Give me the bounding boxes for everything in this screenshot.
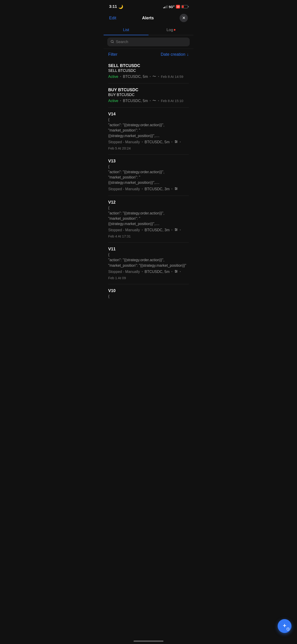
alert-title: V11 [108, 247, 189, 252]
close-icon: ✕ [182, 16, 186, 20]
meta-separator: • [158, 75, 159, 78]
sort-label-text: Date creation [161, 52, 185, 57]
alert-date: Feb 8 At 14:59 [161, 75, 184, 78]
search-input[interactable] [116, 40, 186, 44]
svg-line-1 [113, 42, 114, 43]
battery-icon [182, 5, 188, 8]
alert-item[interactable]: SELL BTCUSDC SELL BTCUSDC Active • BTCUS… [108, 59, 189, 84]
meta-separator: • [172, 140, 172, 144]
alert-pair: BTCUSDC, 3m [144, 187, 170, 191]
svg-point-11 [175, 187, 176, 188]
status-badge: Stopped - Manually [108, 140, 140, 144]
svg-point-23 [175, 270, 176, 271]
sliders-icon [174, 270, 178, 274]
alert-meta: Stopped - Manually • BTCUSDC, 3m • • Feb… [108, 228, 189, 238]
meta-separator: • [142, 270, 143, 274]
status-badge: Active [108, 99, 118, 103]
alert-title: V13 [108, 159, 189, 164]
svg-point-6 [176, 141, 177, 142]
alert-pair: BTCUSDC, 3m [144, 228, 170, 232]
svg-point-24 [176, 271, 177, 272]
status-badge: Stopped - Manually [108, 228, 140, 232]
status-right: 5GU 13 [163, 5, 188, 9]
close-button[interactable]: ✕ [180, 14, 188, 22]
wave-icon: 〜 [152, 98, 156, 103]
signal-bars [163, 5, 168, 8]
alert-body: {"action": "{{strategy.order.action}}","… [108, 205, 189, 227]
meta-separator: • [142, 140, 143, 144]
meta-separator: • [180, 270, 181, 274]
status-badge: Stopped - Manually [108, 187, 140, 191]
status-bar: 3:11 🌙 5GU 13 [104, 0, 194, 12]
alert-title: V12 [108, 200, 189, 205]
alert-title: V14 [108, 112, 189, 116]
alert-list: SELL BTCUSDC SELL BTCUSDC Active • BTCUS… [104, 59, 194, 304]
alert-item[interactable]: V12 {"action": "{{strategy.order.action}… [108, 196, 189, 243]
tab-list-label: List [123, 28, 129, 32]
alert-item[interactable]: V13 {"action": "{{strategy.order.action}… [108, 154, 189, 196]
alert-body: {"action": "{{strategy.order.action}}","… [108, 117, 189, 138]
svg-point-13 [176, 189, 176, 190]
meta-separator: • [120, 75, 121, 78]
page-title: Alerts [142, 16, 154, 20]
tab-log[interactable]: Log [148, 25, 194, 35]
svg-point-18 [176, 230, 177, 230]
meta-separator: • [172, 188, 172, 191]
alert-pair: BTCUSDC, 5m [144, 140, 170, 144]
alert-item[interactable]: BUY BTCUSDC BUY BTCUSDC Active • BTCUSDC… [108, 84, 189, 108]
notification-badge: 13 [176, 5, 180, 8]
filter-button[interactable]: Filter [108, 52, 118, 57]
time-text: 3:11 [109, 4, 117, 9]
meta-separator: • [150, 75, 150, 78]
alert-item[interactable]: V11 {"action": "{{strategy.order.action}… [108, 242, 189, 284]
filter-bar: Filter Date creation ↓ [104, 49, 194, 59]
alert-pair: BTCUSDC, 5m [123, 75, 148, 79]
meta-separator: • [150, 99, 150, 102]
search-icon [110, 40, 114, 44]
meta-separator: • [180, 140, 181, 144]
sort-arrow-icon: ↓ [187, 52, 189, 57]
signal-bar-3 [166, 6, 166, 8]
meta-separator: • [142, 228, 143, 232]
alert-meta: Stopped - Manually • BTCUSDC, 5m • • Feb… [108, 270, 189, 280]
alert-item[interactable]: V10 { [108, 284, 189, 304]
alert-subtitle: BUY BTCUSDC [108, 93, 189, 97]
alert-body: {"action": "{{strategy.order.action}}","… [108, 164, 189, 186]
status-time: 3:11 🌙 [109, 4, 123, 9]
edit-button[interactable]: Edit [109, 16, 116, 20]
svg-point-25 [176, 272, 176, 272]
alert-meta: Stopped - Manually • BTCUSDC, 5m • • Feb… [108, 140, 189, 150]
meta-separator: • [142, 188, 143, 191]
battery-fill [182, 6, 184, 8]
alert-title: BUY BTCUSDC [108, 88, 189, 92]
wave-icon: 〜 [152, 74, 156, 79]
alert-subtitle: SELL BTCUSDC [108, 69, 189, 73]
svg-point-7 [176, 142, 176, 143]
alert-body: { [108, 294, 189, 299]
signal-bar-2 [164, 7, 165, 8]
nav-bar: Edit Alerts ✕ [104, 12, 194, 25]
alert-pair: BTCUSDC, 5m [123, 99, 148, 103]
alert-body: {"action": "{{strategy.order.action}}","… [108, 252, 189, 268]
alert-meta: Active • BTCUSDC, 5m • 〜 • Feb 8 At 14:5… [108, 74, 189, 79]
moon-icon: 🌙 [118, 4, 123, 9]
meta-separator: • [172, 228, 172, 232]
svg-point-19 [176, 230, 176, 231]
log-dot [174, 29, 176, 31]
meta-separator: • [158, 99, 159, 102]
sort-button[interactable]: Date creation ↓ [161, 52, 189, 57]
alert-title: V10 [108, 288, 189, 293]
tab-log-label: Log [166, 28, 173, 32]
alert-title: SELL BTCUSDC [108, 63, 189, 68]
sliders-icon [174, 228, 178, 232]
alert-date: Feb 8 At 15:10 [161, 99, 184, 103]
search-bar[interactable] [107, 38, 190, 46]
tab-bar: List Log [104, 25, 194, 35]
network-label: 5GU [169, 5, 174, 9]
tab-list[interactable]: List [104, 25, 148, 35]
meta-separator: • [120, 99, 121, 102]
sliders-icon [174, 140, 178, 144]
sliders-icon [174, 187, 178, 192]
svg-point-12 [176, 188, 177, 189]
alert-item[interactable]: V14 {"action": "{{strategy.order.action}… [108, 108, 189, 154]
